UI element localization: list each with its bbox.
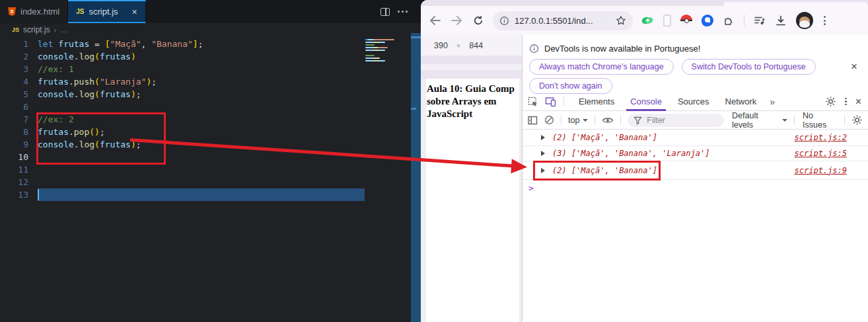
forward-icon[interactable] (449, 13, 464, 28)
code-line[interactable] (38, 163, 203, 176)
console-message-row[interactable]: (3) ['Maçã', 'Banana', 'Laranja']script.… (523, 146, 868, 161)
text-cursor (38, 189, 39, 200)
tab-network[interactable]: Network (724, 93, 758, 111)
close-tab-icon[interactable]: × (132, 7, 137, 17)
expand-triangle-icon[interactable] (541, 151, 545, 156)
clear-console-icon[interactable] (544, 115, 554, 125)
bookmark-star-icon[interactable] (616, 15, 626, 26)
toolbar-separator (844, 115, 845, 125)
dont-show-again-button[interactable]: Don't show again (529, 78, 612, 94)
reload-icon[interactable] (470, 13, 486, 28)
code-line[interactable]: //ex: 1 (38, 63, 203, 75)
url-text[interactable]: 127.0.0.1:5501/ind... (515, 16, 610, 26)
device-height-value[interactable]: 844 (469, 41, 483, 50)
split-editor-icon[interactable] (380, 8, 390, 16)
green-extension-icon[interactable] (641, 15, 654, 26)
address-bar[interactable]: 127.0.0.1:5501/ind... (493, 11, 633, 30)
line-number: 11 (0, 163, 30, 176)
site-info-icon[interactable] (499, 16, 509, 26)
console-filter-input[interactable]: Filter (628, 114, 724, 127)
devtools-notification: DevTools is now available in Portuguese!… (523, 35, 868, 93)
chevron-down-icon (782, 119, 787, 122)
code-line[interactable]: frutas.pop(); (38, 126, 203, 138)
times-separator: × (456, 42, 460, 50)
more-actions-icon[interactable] (398, 11, 408, 13)
code-line[interactable] (38, 101, 203, 113)
filter-placeholder: Filter (647, 116, 665, 125)
code-line[interactable]: frutas.push("Laranja"); (38, 75, 203, 88)
code-line[interactable]: console.log(frutas) (38, 50, 203, 63)
match-language-button[interactable]: Always match Chrome's language (529, 59, 674, 75)
code-line[interactable] (38, 188, 203, 201)
notification-text: DevTools is now available in Portuguese! (544, 44, 700, 54)
code-line[interactable] (38, 151, 203, 163)
chevron-right-icon: › (54, 26, 57, 34)
console-array-preview[interactable]: (2) ['Maçã', 'Banana'] (552, 166, 657, 175)
tab-label: index.html (20, 7, 59, 17)
screenshot-root: 5 index.html JS script.js × JS script.js… (0, 0, 868, 322)
source-link[interactable]: script.js:5 (795, 149, 868, 158)
console-message-row[interactable]: (2) ['Maçã', 'Banana']script.js:2 (523, 130, 868, 146)
editor-scrollbar-strip[interactable] (411, 33, 421, 322)
downloads-icon[interactable] (775, 15, 787, 26)
devtools-menu-icon[interactable] (845, 98, 847, 106)
code-editor[interactable]: 12345678910111213 let frutas = ["Maçã", … (0, 36, 411, 322)
console-sidebar-icon[interactable] (528, 116, 538, 125)
toolbar-separator (561, 115, 561, 125)
profile-avatar[interactable] (796, 12, 813, 29)
media-playlist-icon[interactable] (754, 15, 766, 26)
code-line[interactable]: //ex: 2 (38, 113, 203, 126)
line-number: 10 (0, 151, 30, 163)
toolbar-separator (563, 97, 564, 106)
line-number: 6 (0, 101, 30, 113)
console-prompt[interactable]: > (523, 180, 868, 196)
context-selector[interactable]: top (568, 116, 588, 125)
live-expression-eye-icon[interactable] (602, 116, 614, 125)
line-number: 9 (0, 138, 30, 151)
extensions-puzzle-icon[interactable] (723, 15, 735, 26)
toggle-device-toolbar-icon[interactable] (545, 97, 557, 107)
device-width-value[interactable]: 390 (434, 41, 448, 50)
breadcrumb-file: script.js (23, 25, 50, 34)
javascript-icon: JS (76, 8, 84, 15)
expand-triangle-icon[interactable] (541, 168, 545, 173)
expand-triangle-icon[interactable] (541, 135, 545, 140)
more-tabs-icon[interactable]: » (770, 97, 775, 107)
source-link[interactable]: script.js:9 (795, 166, 868, 175)
devtools-close-icon[interactable]: × (855, 96, 861, 108)
inspect-element-icon[interactable] (528, 97, 538, 107)
issues-counter[interactable]: No Issues (803, 111, 838, 130)
line-number: 3 (0, 63, 30, 75)
code-line[interactable] (38, 176, 203, 188)
browser-toolbar: 127.0.0.1:5501/ind... (421, 6, 868, 35)
minimap[interactable] (365, 39, 397, 63)
back-icon[interactable] (427, 13, 443, 28)
blue-extension-icon[interactable] (702, 15, 713, 26)
devtools-panel: DevTools is now available in Portuguese!… (522, 35, 868, 322)
pokeball-extension-icon[interactable] (680, 15, 692, 26)
tab-console[interactable]: Console (629, 93, 663, 111)
browser-menu-icon[interactable] (824, 16, 826, 25)
tab-sources[interactable]: Sources (676, 93, 711, 111)
switch-portuguese-button[interactable]: Switch DevTools to Portuguese (682, 59, 816, 75)
line-number: 2 (0, 50, 30, 63)
line-number: 8 (0, 126, 30, 138)
devtools-settings-gear-icon[interactable] (825, 96, 836, 107)
tab-index-html[interactable]: 5 index.html (0, 0, 68, 23)
console-array-preview[interactable]: (2) ['Maçã', 'Banana'] (552, 133, 657, 142)
log-levels-selector[interactable]: Default levels (732, 111, 787, 130)
code-line[interactable]: console.log(frutas); (38, 138, 203, 151)
notification-close-icon[interactable]: × (851, 60, 857, 73)
source-link[interactable]: script.js:2 (795, 133, 868, 142)
console-message-row[interactable]: (2) ['Maçã', 'Banana']script.js:9 (523, 161, 868, 180)
code-line[interactable]: console.log(frutas); (38, 88, 203, 101)
html5-icon: 5 (8, 7, 16, 16)
console-array-preview[interactable]: (3) ['Maçã', 'Banana', 'Laranja'] (552, 149, 709, 158)
tab-script-js[interactable]: JS script.js × (68, 0, 145, 23)
scrollbar-mark (411, 108, 416, 110)
console-settings-gear-icon[interactable] (851, 114, 863, 126)
code-line[interactable]: let frutas = ["Maçã", "Banana"]; (38, 38, 203, 50)
breadcrumb[interactable]: JS script.js › … (0, 23, 411, 36)
tab-elements[interactable]: Elements (577, 93, 616, 111)
inactive-extension-icon[interactable] (663, 15, 671, 26)
